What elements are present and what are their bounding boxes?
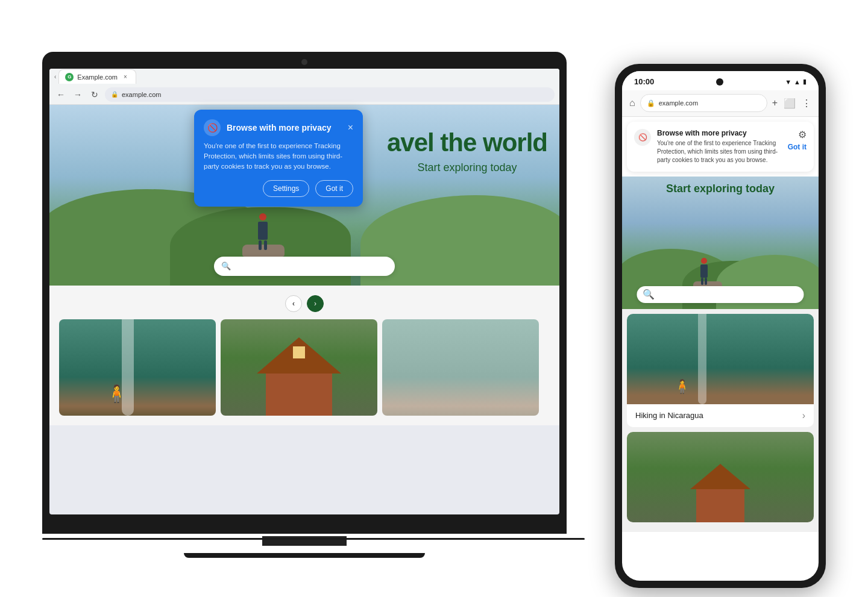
phone-popup-title: Browse with more privacy	[657, 129, 782, 137]
phone-popup-content: Browse with more privacy You're one of t…	[657, 129, 782, 164]
phone-privacy-icon: 🚫	[634, 129, 651, 146]
phone-gear-icon[interactable]: ⚙	[798, 129, 807, 140]
phone-search-icon: 🔍	[643, 289, 655, 300]
hero-search-bar[interactable]: 🔍	[214, 257, 395, 276]
phone-cabin-body	[696, 489, 744, 522]
address-url: example.com	[122, 91, 161, 98]
phone-address-bar[interactable]: 🔒 example.com	[640, 94, 767, 112]
laptop-camera	[301, 59, 307, 65]
back-button[interactable]: ←	[54, 88, 68, 101]
phone: 10:00 ▼ ▲ ▮ ⌂ 🔒 example.com + ⬜ ⋮	[615, 64, 826, 588]
hero-text: avel the world Start exploring today	[387, 129, 547, 174]
phone-home-icon[interactable]: ⌂	[629, 98, 635, 108]
phone-popup-body: You're one of the first to experience Tr…	[657, 139, 782, 164]
laptop-foot	[184, 553, 425, 558]
phone-lock-icon: 🔒	[647, 99, 655, 107]
phone-hero-text: Start exploring today	[622, 183, 819, 195]
settings-button[interactable]: Settings	[263, 180, 309, 197]
figure-head	[259, 213, 266, 220]
refresh-button[interactable]: ↻	[88, 88, 101, 101]
phone-figure	[700, 258, 708, 285]
phone-card-waterfall[interactable]: 🧍 Hiking in Nicaragua ›	[627, 314, 814, 427]
tab-chevron-icon[interactable]: ‹	[54, 73, 56, 80]
forward-button[interactable]: →	[71, 88, 84, 101]
phone-screen: 10:00 ▼ ▲ ▮ ⌂ 🔒 example.com + ⬜ ⋮	[622, 71, 819, 581]
browser-toolbar: ← → ↻ 🔒 example.com	[49, 85, 559, 104]
carousel-image-extra	[382, 319, 539, 416]
hero-subtitle: Start exploring today	[387, 161, 547, 174]
carousel-image-cabin	[221, 319, 377, 416]
phone-menu-icon[interactable]: ⋮	[802, 98, 811, 109]
status-icons: ▼ ▲ ▮	[785, 78, 807, 86]
phone-card-cabin[interactable]	[627, 432, 814, 522]
phone-gotit-button[interactable]: Got it	[788, 143, 807, 151]
cabin-shape	[257, 337, 341, 416]
browser-tab[interactable]: G Example.com ×	[58, 69, 136, 84]
phone-browser-bar: ⌂ 🔒 example.com + ⬜ ⋮	[622, 90, 819, 117]
phone-new-tab-icon[interactable]: +	[772, 98, 778, 108]
figure-leg-right	[264, 240, 267, 250]
laptop-screen: ‹ G Example.com × ← → ↻ 🔒 exampl	[49, 69, 559, 514]
popup-body: You're one of the first to experience Tr…	[204, 141, 353, 172]
carousel-next-button[interactable]: ›	[307, 295, 324, 312]
phone-popup-actions: ⚙ Got it	[788, 129, 807, 164]
cabin-body	[266, 374, 332, 416]
phone-status-bar: 10:00 ▼ ▲ ▮	[622, 71, 819, 90]
phone-waterfall-figure: 🧍	[674, 379, 690, 395]
carousel-nav: ‹ ›	[59, 295, 550, 312]
tab-close-icon[interactable]: ×	[121, 73, 130, 81]
phone-hero-title: Start exploring today	[622, 183, 819, 195]
phone-cabin-shape	[690, 464, 750, 522]
phone-card-img-waterfall: 🧍	[627, 314, 814, 404]
phone-cards: 🧍 Hiking in Nicaragua ›	[622, 309, 819, 532]
lock-icon: 🔒	[111, 91, 118, 98]
phone-url: example.com	[659, 99, 698, 107]
browser-tabs: ‹ G Example.com ×	[49, 69, 559, 86]
hero-figure	[254, 213, 271, 249]
browser-chrome: ‹ G Example.com × ← → ↻ 🔒 exampl	[49, 69, 559, 105]
phone-camera	[716, 78, 723, 86]
phone-figure-leg-left	[701, 278, 703, 285]
figure-legs	[254, 240, 271, 250]
address-bar[interactable]: 🔒 example.com	[105, 87, 555, 102]
phone-card-label-waterfall[interactable]: Hiking in Nicaragua ›	[627, 404, 814, 427]
phone-website-area: Start exploring today	[622, 177, 819, 581]
phone-waterfall-stream	[698, 314, 706, 404]
phone-tabs-icon[interactable]: ⬜	[784, 98, 796, 109]
phone-card-img-cabin	[627, 432, 814, 522]
search-icon: 🔍	[221, 261, 231, 270]
signal-icon: ▲	[794, 78, 800, 86]
phone-card-text-waterfall: Hiking in Nicaragua	[635, 411, 703, 420]
scene: ‹ G Example.com × ← → ↻ 🔒 exampl	[42, 28, 826, 570]
phone-figure-legs	[700, 278, 708, 285]
phone-time: 10:00	[634, 77, 654, 86]
carousel-section: ‹ › 🧍	[49, 286, 559, 425]
card-chevron-icon-waterfall: ›	[802, 410, 805, 421]
waterfall-figure: 🧍	[106, 384, 127, 404]
popup-title: Browse with more privacy	[227, 123, 342, 133]
laptop-stand	[262, 536, 347, 546]
popup-buttons: Settings Got it	[204, 180, 353, 197]
phone-cabin-roof	[690, 464, 750, 489]
cabin-window	[293, 346, 305, 358]
phone-figure-head	[701, 258, 707, 264]
phone-privacy-popup: 🚫 Browse with more privacy You're one of…	[627, 122, 814, 172]
popup-close-button[interactable]: ×	[348, 122, 353, 133]
phone-hero: Start exploring today	[622, 177, 819, 309]
ground-line	[42, 538, 585, 540]
privacy-popup-laptop: 🚫 Browse with more privacy × You're one …	[194, 110, 363, 207]
popup-header: 🚫 Browse with more privacy ×	[204, 119, 353, 136]
phone-hero-search[interactable]: 🔍	[637, 286, 804, 303]
carousel-images: 🧍	[59, 319, 550, 416]
laptop: ‹ G Example.com × ← → ↻ 🔒 exampl	[42, 52, 567, 558]
laptop-outer: ‹ G Example.com × ← → ↻ 🔒 exampl	[42, 52, 567, 534]
gotit-button[interactable]: Got it	[315, 180, 353, 197]
carousel-prev-button[interactable]: ‹	[285, 295, 302, 312]
phone-toolbar-right: + ⬜ ⋮	[772, 98, 811, 109]
battery-icon: ▮	[803, 78, 807, 86]
phone-figure-leg-right	[705, 278, 707, 285]
figure-body	[258, 222, 268, 240]
privacy-icon: 🚫	[204, 119, 221, 136]
tab-title: Example.com	[77, 73, 118, 81]
tab-favicon: G	[65, 73, 74, 81]
